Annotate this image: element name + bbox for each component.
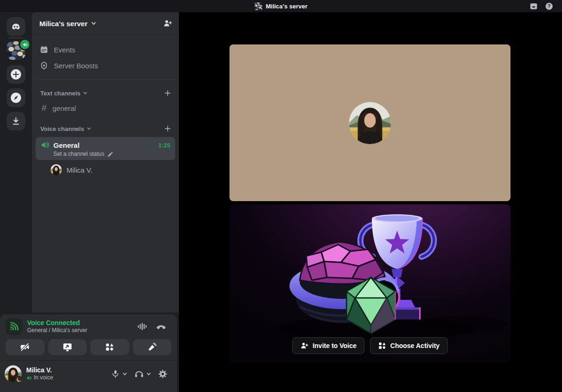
download-apps-button[interactable] bbox=[7, 112, 25, 131]
help-glyph: ? bbox=[547, 4, 550, 9]
titlebar-server-title: Milica's server bbox=[254, 2, 307, 10]
server-name: Milica's server bbox=[39, 20, 88, 28]
sidebar-item-server-boosts[interactable]: Server Boosts bbox=[36, 58, 175, 73]
titlebar-server-icon bbox=[254, 2, 262, 10]
explore-servers-button[interactable] bbox=[7, 88, 25, 107]
screen-share-button[interactable] bbox=[48, 339, 87, 355]
headphones-chevron-icon[interactable] bbox=[146, 371, 151, 377]
hash-icon: # bbox=[39, 103, 49, 113]
participant-avatar bbox=[349, 102, 391, 144]
user-info[interactable]: Milica V. In voice bbox=[26, 366, 106, 381]
microphone-icon[interactable] bbox=[111, 369, 120, 379]
voice-member-milica[interactable]: Milica V. bbox=[51, 163, 175, 177]
text-channels-section-header[interactable]: Text channels bbox=[32, 87, 179, 100]
voice-channel-name: General bbox=[53, 141, 80, 149]
participant-tile-milica[interactable] bbox=[229, 44, 510, 201]
microphone-chevron-icon[interactable] bbox=[122, 371, 127, 377]
person-add-icon bbox=[300, 341, 309, 350]
channel-general-voice-selected[interactable]: General 1:25 Set a channel status bbox=[36, 137, 175, 160]
user-area: Milica V. In voice bbox=[0, 361, 177, 382]
text-channel-name: general bbox=[52, 104, 76, 112]
voice-channels-label: Voice channels bbox=[40, 125, 84, 132]
channel-general-text[interactable]: # general bbox=[36, 101, 175, 116]
discord-logo-icon bbox=[10, 21, 22, 33]
events-label: Events bbox=[54, 46, 75, 54]
voice-connected-location[interactable]: General / Milica's server bbox=[27, 327, 132, 334]
discord-app-window: Milica's server ? bbox=[0, 0, 562, 392]
voice-call-timer: 1:25 bbox=[158, 142, 170, 149]
soundboard-button[interactable] bbox=[133, 339, 172, 355]
shapes-icon bbox=[378, 341, 386, 350]
sidebar-item-events[interactable]: Events bbox=[36, 42, 175, 57]
user-avatar[interactable] bbox=[5, 365, 22, 382]
choose-activity-button[interactable]: Choose Activity bbox=[370, 337, 447, 354]
voice-speaker-icon bbox=[40, 140, 50, 150]
inbox-icon[interactable] bbox=[529, 2, 538, 11]
voice-channel-main-view: Invite to Voice Choose Activity bbox=[180, 12, 562, 392]
calendar-icon bbox=[39, 45, 49, 54]
compass-icon bbox=[10, 92, 22, 103]
activities-button[interactable] bbox=[90, 339, 129, 355]
in-voice-speaker-icon bbox=[26, 375, 32, 381]
noise-suppression-icon[interactable] bbox=[137, 321, 147, 332]
titlebar-title-text: Milica's server bbox=[266, 3, 307, 10]
disconnect-call-icon[interactable] bbox=[155, 321, 167, 332]
user-name: Milica V. bbox=[26, 366, 106, 374]
channel-status-placeholder: Set a channel status bbox=[53, 151, 104, 157]
channel-status-setter[interactable]: Set a channel status bbox=[53, 151, 170, 157]
invite-people-icon[interactable] bbox=[163, 19, 172, 28]
download-icon bbox=[11, 116, 21, 126]
help-icon[interactable]: ? bbox=[545, 2, 554, 11]
choose-activity-label: Choose Activity bbox=[390, 342, 439, 349]
screen-share-icon bbox=[62, 342, 73, 352]
add-server-button[interactable] bbox=[7, 65, 25, 84]
camera-off-icon bbox=[20, 342, 30, 352]
create-text-channel-icon[interactable] bbox=[164, 89, 171, 97]
rail-separator bbox=[8, 37, 23, 38]
settings-gear-icon[interactable] bbox=[158, 369, 168, 379]
direct-messages-button[interactable] bbox=[7, 17, 25, 36]
chevron-down-icon bbox=[87, 126, 91, 131]
idle-status-icon bbox=[15, 376, 23, 384]
voice-connected-label: Voice Connected bbox=[27, 319, 132, 327]
member-name: Milica V. bbox=[67, 166, 92, 174]
pencil-icon bbox=[107, 151, 113, 157]
user-status-text: In voice bbox=[34, 374, 53, 381]
chevron-down-icon bbox=[91, 21, 96, 26]
activities-shapes-icon bbox=[105, 342, 114, 352]
text-channels-label: Text channels bbox=[40, 90, 81, 97]
voice-channels-section-header[interactable]: Voice channels bbox=[32, 122, 179, 135]
invite-to-voice-button[interactable]: Invite to Voice bbox=[292, 337, 364, 354]
channel-sidebar: Milica's server bbox=[32, 12, 179, 312]
server-voice-active-badge bbox=[19, 38, 31, 51]
soundboard-icon bbox=[147, 342, 157, 352]
camera-toggle-button[interactable] bbox=[6, 339, 44, 355]
headphones-icon[interactable] bbox=[134, 369, 144, 379]
chevron-down-icon bbox=[83, 91, 88, 95]
plus-icon bbox=[10, 69, 22, 80]
activity-artwork bbox=[229, 206, 510, 356]
invite-to-voice-label: Invite to Voice bbox=[312, 342, 356, 349]
member-avatar bbox=[51, 164, 62, 175]
server-header[interactable]: Milica's server bbox=[32, 12, 179, 35]
sidebar-divider bbox=[37, 80, 174, 80]
voice-signal-icon bbox=[6, 318, 22, 335]
activity-promo-tile: Invite to Voice Choose Activity bbox=[229, 204, 510, 363]
window-titlebar: Milica's server ? bbox=[0, 0, 562, 12]
create-voice-channel-icon[interactable] bbox=[164, 125, 171, 132]
voice-status-panel: Voice Connected General / Milica's serve… bbox=[0, 314, 177, 392]
server-boosts-label: Server Boosts bbox=[54, 62, 98, 70]
boost-badge-icon bbox=[39, 61, 49, 70]
